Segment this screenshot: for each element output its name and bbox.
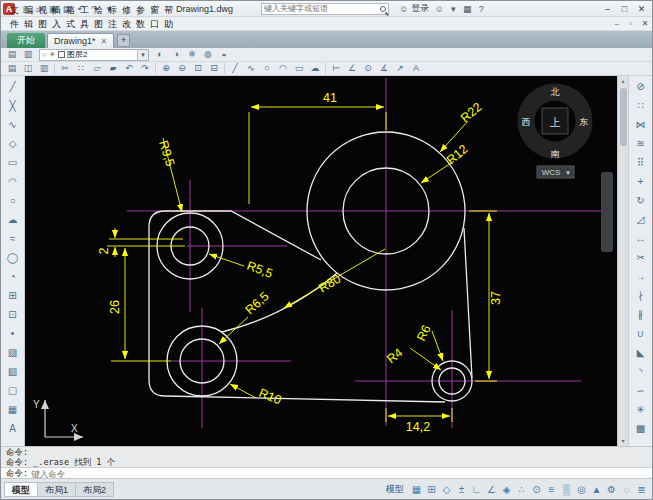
compass-east-label[interactable]: 东 bbox=[579, 117, 589, 127]
mdi-close-button[interactable]: ✕ bbox=[638, 19, 652, 28]
compass-west-label[interactable]: 西 bbox=[522, 117, 531, 127]
trim-icon[interactable]: ✂ bbox=[631, 248, 651, 267]
join-icon[interactable]: ∪ bbox=[631, 324, 651, 343]
isolate-objects-icon[interactable]: ◌ bbox=[619, 480, 634, 499]
array-icon[interactable]: ⠿ bbox=[631, 153, 651, 172]
grid-icon[interactable]: ▦ bbox=[409, 480, 424, 499]
selection-cycling-icon[interactable]: ◎ bbox=[574, 480, 589, 499]
layer-properties-icon[interactable]: ▤ bbox=[4, 48, 20, 61]
user-icon[interactable]: ☺ bbox=[432, 4, 446, 14]
ellipse-icon[interactable]: ◯ bbox=[3, 248, 23, 267]
dim-26[interactable]: 26 bbox=[108, 300, 122, 314]
rectangle-icon[interactable]: ▭ bbox=[3, 153, 23, 172]
explode-icon[interactable]: ✳ bbox=[631, 400, 651, 419]
offset-icon[interactable]: ≋ bbox=[631, 134, 651, 153]
polyline-tool-icon[interactable]: ∿ bbox=[243, 62, 259, 75]
apps-icon[interactable]: ▦ bbox=[460, 4, 474, 14]
copy-clip-icon[interactable]: ∷ bbox=[73, 62, 89, 75]
compass-south-label[interactable]: 南 bbox=[551, 149, 560, 159]
mtext-icon[interactable]: A bbox=[408, 62, 424, 75]
workspace-switch-icon[interactable]: ⚙ bbox=[604, 480, 619, 499]
rectangle-tool-icon[interactable]: ▭ bbox=[291, 62, 307, 75]
fillet-icon[interactable]: ◝ bbox=[631, 362, 651, 381]
radius-dimension-icon[interactable]: ⊙ bbox=[360, 62, 376, 75]
erase-icon[interactable]: ⊘ bbox=[631, 77, 651, 96]
ucs-icon[interactable]: X Y bbox=[33, 399, 83, 437]
plate-right-tangent[interactable] bbox=[464, 228, 472, 378]
linear-dimension-icon[interactable]: ⊢ bbox=[328, 62, 344, 75]
dim-r10[interactable]: R10 bbox=[257, 386, 284, 408]
zoom-window-icon[interactable]: ⊡ bbox=[190, 62, 206, 75]
blend-curves-icon[interactable]: ∽ bbox=[631, 381, 651, 400]
mdi-minimize-button[interactable]: – bbox=[610, 19, 624, 28]
layer-lock-icon[interactable]: ◍ bbox=[200, 48, 216, 61]
dim-r12[interactable]: R12 bbox=[444, 142, 471, 167]
dynamic-input-icon[interactable]: ± bbox=[454, 480, 469, 499]
mdi-restore-button[interactable]: ▫ bbox=[624, 19, 638, 28]
dim-r22[interactable]: R22 bbox=[458, 100, 485, 125]
region-icon[interactable]: ▢ bbox=[3, 381, 23, 400]
drawing-canvas[interactable]: 41 R22 R12 R9,5 R5,5 2 26 R6,5 R80 R6 R4… bbox=[25, 76, 617, 446]
create-block-icon[interactable]: ⊡ bbox=[3, 305, 23, 324]
scroll-down-icon[interactable]: ▾ bbox=[618, 436, 629, 446]
match-properties-icon[interactable]: ▰ bbox=[105, 62, 121, 75]
mirror-icon[interactable]: ⋈ bbox=[631, 115, 651, 134]
copy-icon[interactable]: ∷ bbox=[631, 96, 651, 115]
pan-icon[interactable]: ⊕ bbox=[158, 62, 174, 75]
scrollbar-thumb[interactable] bbox=[620, 88, 627, 146]
zoom-realtime-icon[interactable]: ⊖ bbox=[174, 62, 190, 75]
layer-states-icon[interactable]: ▥ bbox=[20, 48, 36, 61]
search-input[interactable] bbox=[264, 4, 378, 13]
polar-tracking-icon[interactable]: ∠ bbox=[484, 480, 499, 499]
layer-match-icon[interactable]: ◒ bbox=[216, 48, 232, 61]
scroll-up-icon[interactable]: ▴ bbox=[618, 76, 629, 86]
zoom-previous-icon[interactable]: ⊟ bbox=[206, 62, 222, 75]
search-icon[interactable] bbox=[380, 6, 386, 12]
ortho-icon[interactable]: ∟ bbox=[469, 480, 484, 499]
dim-2[interactable]: 2 bbox=[97, 247, 111, 254]
osnap-icon[interactable]: ⊙ bbox=[529, 480, 544, 499]
line-tool-icon[interactable]: ╱ bbox=[227, 62, 243, 75]
stretch-icon[interactable]: ↔ bbox=[631, 229, 651, 248]
isodraft-icon[interactable]: ◈ bbox=[499, 480, 514, 499]
osnap-tracking-icon[interactable]: ∴ bbox=[514, 480, 529, 499]
line-icon[interactable]: ╱ bbox=[3, 77, 23, 96]
arc-tool-icon[interactable]: ◠ bbox=[275, 62, 291, 75]
dim-r5-5[interactable]: R5,5 bbox=[245, 259, 275, 281]
signin-button[interactable]: 登录 bbox=[411, 2, 429, 15]
tab-model[interactable]: 模型 bbox=[4, 482, 37, 497]
dimension-texts[interactable]: 41 R22 R12 R9,5 R5,5 2 26 R6,5 R80 R6 R4… bbox=[97, 91, 503, 434]
ellipse-arc-icon[interactable]: ◔ bbox=[3, 267, 23, 286]
move-icon[interactable]: + bbox=[631, 172, 651, 191]
lineweight-icon[interactable]: ≡ bbox=[544, 480, 559, 499]
table-icon[interactable]: ▦ bbox=[3, 400, 23, 419]
layer-dropdown[interactable]: ○ ☀ 图层2 ▾ bbox=[39, 49, 149, 61]
redo-icon[interactable]: ↷ bbox=[137, 62, 153, 75]
paste-icon[interactable]: ▱ bbox=[89, 62, 105, 75]
tab-drawing1[interactable]: Drawing1* ✕ bbox=[47, 33, 114, 48]
compass-north-label[interactable]: 北 bbox=[551, 87, 560, 97]
restore-button[interactable]: □ bbox=[616, 4, 633, 14]
layer-freeze-icon[interactable]: ❄ bbox=[184, 48, 200, 61]
tab-layout2[interactable]: 布局2 bbox=[75, 482, 114, 497]
multileader-icon[interactable]: ↗ bbox=[392, 62, 408, 75]
scale-icon[interactable]: ◿ bbox=[631, 210, 651, 229]
customize-icon[interactable]: ≣ bbox=[634, 480, 649, 499]
dim-r4[interactable]: R4 bbox=[384, 345, 405, 366]
model-space-toggle[interactable]: 模型 bbox=[381, 483, 409, 496]
aligned-dimension-icon[interactable]: ∠ bbox=[344, 62, 360, 75]
hatch-edit-icon[interactable]: ▩ bbox=[631, 419, 651, 438]
construction-line-icon[interactable]: ╳ bbox=[3, 96, 23, 115]
break-at-point-icon[interactable]: ∤ bbox=[631, 286, 651, 305]
layer-off-icon[interactable]: ◐ bbox=[152, 48, 168, 61]
dim-41[interactable]: 41 bbox=[323, 91, 337, 105]
point-icon[interactable]: • bbox=[3, 324, 23, 343]
plot-preview-icon[interactable]: ◫ bbox=[20, 62, 36, 75]
spline-icon[interactable]: ≈ bbox=[3, 229, 23, 248]
drawing-canvas-svg[interactable]: 41 R22 R12 R9,5 R5,5 2 26 R6,5 R80 R6 R4… bbox=[25, 76, 617, 446]
polygon-icon[interactable]: ◇ bbox=[3, 134, 23, 153]
help-icon[interactable]: ? bbox=[474, 4, 488, 14]
arc-icon[interactable]: ◠ bbox=[3, 172, 23, 191]
extend-icon[interactable]: → bbox=[631, 267, 651, 286]
dim-r9-5[interactable]: R9,5 bbox=[156, 139, 177, 168]
